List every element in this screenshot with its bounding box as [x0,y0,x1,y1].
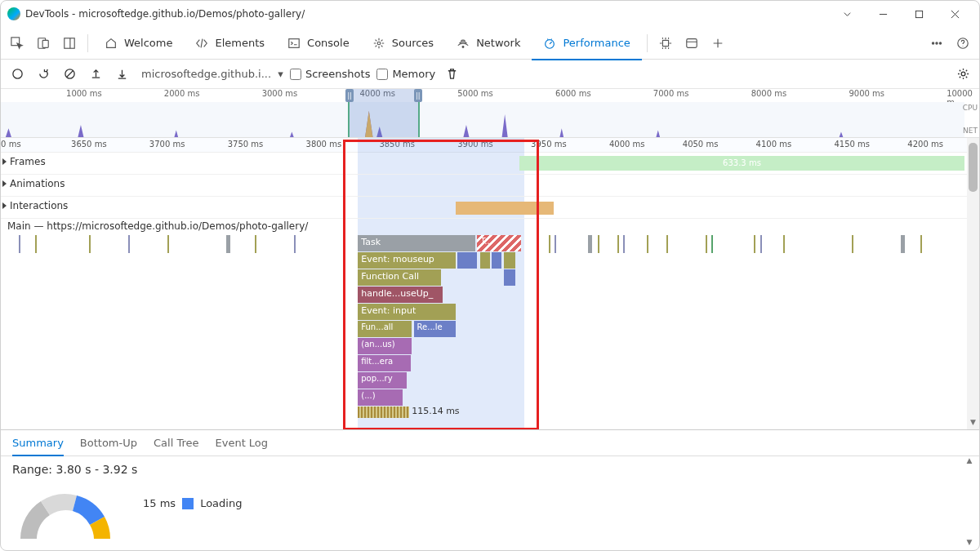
tab-label: Elements [215,37,265,49]
flame-anon[interactable]: (an...us) [358,338,412,354]
flame-event-input[interactable]: Event: input [358,304,456,320]
svg-rect-3 [42,40,48,47]
inspect-element-icon[interactable] [6,32,29,55]
frame-bar[interactable]: 633.3 ms [519,156,964,171]
tab-label: Performance [563,37,630,49]
overview-selection[interactable]: || || [348,89,419,137]
overview-tick: 8000 ms [751,89,787,98]
svg-rect-4 [65,38,74,47]
tab-event-log[interactable]: Event Log [215,430,268,456]
net-label: NET [963,127,978,135]
flame-chart[interactable]: Task T... Event: mouseup Function Call h… [1,235,979,430]
track-animations[interactable]: Animations [1,175,979,197]
flame-block[interactable] [504,252,515,269]
flame-task-long[interactable]: T... [477,235,521,251]
flame-event-mouseup[interactable]: Event: mouseup [358,252,456,269]
upload-button[interactable] [86,64,105,84]
tab-call-tree[interactable]: Call Tree [154,430,199,456]
flame-dots[interactable]: (...) [358,389,403,406]
selection-duration: 115.14 ms [412,406,459,416]
summary-range: Range: 3.80 s - 3.92 s [12,463,137,476]
overview-timeline[interactable]: 1000 ms 2000 ms 3000 ms 4000 ms 5000 ms … [1,89,979,138]
summary-donut-chart [12,486,118,539]
scroll-down-icon[interactable]: ▼ [963,538,976,549]
target-dropdown[interactable]: microsoftedge.github.i... ▾ [141,68,283,80]
clear-button[interactable] [60,64,79,84]
tab-label: Welcome [124,37,172,49]
more-icon[interactable] [925,32,948,55]
tab-bottom-up[interactable]: Bottom-Up [80,430,137,456]
flame-re-le[interactable]: Re...le [414,321,457,337]
svg-point-12 [936,42,938,43]
interaction-bar[interactable] [456,202,554,215]
maximize-button[interactable] [901,2,937,25]
tab-label: Sources [392,37,434,49]
download-button[interactable] [112,64,131,84]
svg-point-17 [961,72,965,76]
record-button[interactable] [7,64,27,84]
tab-welcome[interactable]: Welcome [93,27,184,60]
tab-console[interactable]: Console [276,27,361,60]
memory-checkbox[interactable]: Memory [376,68,435,80]
flame-task[interactable]: Task [358,235,475,251]
svg-point-13 [939,42,941,43]
dock-side-icon[interactable] [58,32,81,55]
add-tab-icon[interactable] [706,32,729,55]
flame-block[interactable] [457,252,477,269]
app-favicon-icon [7,7,20,20]
flame-filter[interactable]: filt...era [358,355,411,371]
svg-point-11 [932,42,933,43]
svg-point-7 [462,46,464,47]
scroll-down-icon[interactable]: ▼ [967,418,979,429]
vertical-scrollbar[interactable] [967,138,979,429]
chevron-down-icon[interactable] [829,2,865,25]
flame-function-call[interactable]: Function Call [358,269,441,286]
overview-tick: 2000 ms [164,89,200,98]
flame-block[interactable] [492,252,501,269]
overview-tick: 3000 ms [262,89,298,98]
flame-pop[interactable]: pop...ry [358,372,407,389]
track-frames[interactable]: Frames 633.3 ms [1,153,979,175]
cpu-profiler-icon[interactable] [654,32,677,55]
legend-swatch-icon [182,498,194,509]
flame-microtasks[interactable] [358,407,408,418]
overview-tick: 9000 ms [849,89,884,98]
tab-label: Network [476,37,520,49]
minimize-button[interactable] [865,2,901,25]
screenshots-checkbox[interactable]: Screenshots [290,68,371,80]
track-interactions[interactable]: Interactions [1,197,979,219]
tab-elements[interactable]: Elements [184,27,276,60]
window-title: DevTools - microsoftedge.github.io/Demos… [25,8,305,20]
overview-tick: 6000 ms [555,89,591,98]
tab-label: Console [307,37,350,49]
settings-gear-icon[interactable] [953,64,973,84]
device-toolbar-icon[interactable] [32,32,55,55]
overview-tick: 5000 ms [457,89,493,98]
tab-sources[interactable]: Sources [361,27,445,60]
flame-block[interactable] [504,269,515,286]
close-button[interactable] [937,2,973,25]
scroll-up-icon[interactable]: ▲ [963,456,976,468]
svg-rect-0 [915,11,922,17]
tab-summary[interactable]: Summary [12,430,64,456]
tab-performance[interactable]: Performance [532,27,641,60]
help-icon[interactable] [951,32,974,55]
svg-point-6 [377,42,381,45]
cpu-label: CPU [963,104,978,112]
tab-network[interactable]: Network [445,27,532,60]
flame-fun-all[interactable]: Fun...all [358,321,412,337]
legend-loading: 15 ms Loading [143,497,242,509]
track-main-label[interactable]: Main — https://microsoftedge.github.io/D… [1,219,979,235]
flame-handle-mouseup[interactable]: handle...useUp_ [358,287,443,303]
reload-record-button[interactable] [33,64,53,84]
svg-rect-9 [662,40,668,46]
overview-tick: 1000 ms [66,89,102,98]
svg-rect-10 [687,38,697,47]
trash-icon[interactable] [442,64,461,84]
svg-point-15 [12,69,21,78]
overview-tick: 7000 ms [653,89,689,98]
application-icon[interactable] [680,32,703,55]
svg-rect-5 [289,38,299,47]
cpu-overview [1,102,964,137]
flame-block[interactable] [480,252,490,269]
